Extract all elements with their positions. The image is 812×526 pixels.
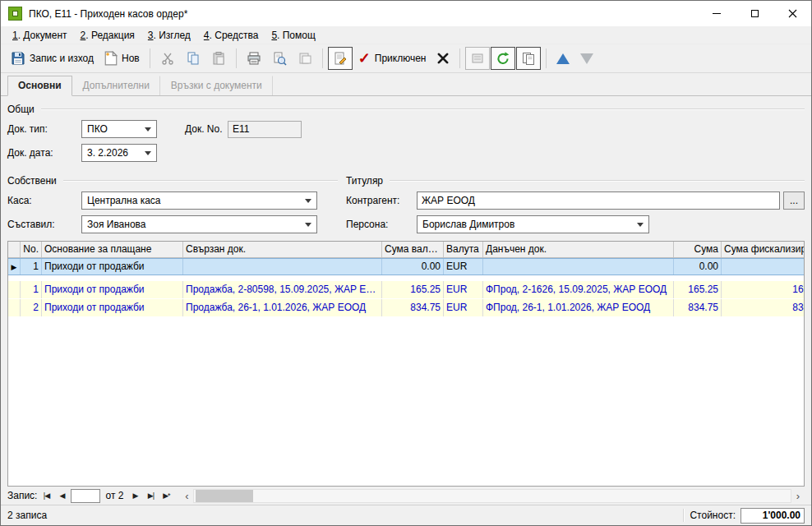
scrollbar-thumb[interactable] [196, 490, 253, 502]
minimize-button[interactable] [698, 1, 736, 26]
cell-basis[interactable]: Приходи от продажби [42, 281, 183, 298]
print-button[interactable] [242, 47, 266, 70]
contragent-label: Контрагент: [346, 195, 417, 206]
new-button[interactable]: Нов [99, 47, 145, 70]
cell-linked-doc[interactable]: Продажба, 2-80598, 15.09.2025, ЖАР ЕООД [183, 281, 382, 298]
prev-record-button[interactable]: ◀ [55, 489, 68, 502]
group-divider [390, 180, 805, 182]
tab-additional[interactable]: Допълнителни [72, 76, 160, 95]
toolbar: Запис и изход Нов [1, 44, 811, 73]
cell-amount[interactable]: 0.00 [674, 259, 722, 275]
tab-main[interactable]: Основни [7, 76, 72, 96]
record-label: Запис: [7, 490, 37, 501]
scroll-right-icon[interactable]: › [791, 489, 805, 503]
close-button[interactable] [773, 1, 811, 26]
cell-amount[interactable]: 165.25 [674, 281, 722, 298]
cell-amount-currency[interactable]: 0.00 [382, 259, 444, 275]
cell-linked-doc[interactable] [183, 259, 382, 275]
move-down-button[interactable] [575, 47, 598, 70]
contragent-browse-button[interactable]: ... [783, 191, 805, 210]
cell-fiscal-amount[interactable]: 834.75 [722, 299, 805, 316]
first-record-button[interactable]: |◀ [39, 489, 53, 502]
save-exit-button[interactable]: Запис и изход [6, 47, 99, 70]
cell-amount-currency[interactable]: 834.75 [382, 299, 444, 316]
doc-no-field[interactable] [228, 121, 302, 138]
tab-document-links[interactable]: Връзки с документи [160, 76, 273, 95]
next-record-button[interactable]: ▶ [128, 489, 141, 502]
cell-tax-doc[interactable]: ФПрод, 2-1626, 15.09.2025, ЖАР ЕООД [483, 281, 674, 298]
own-column: Собствени Каса: Централна каса Съставил:… [7, 169, 338, 234]
maximize-icon [751, 10, 759, 17]
cash-desk-select[interactable]: Централна каса [81, 191, 317, 210]
horizontal-scrollbar[interactable]: ‹ › [180, 489, 805, 503]
person-select[interactable]: Борислав Димитров [417, 215, 649, 233]
move-up-button[interactable] [551, 47, 574, 70]
column-header-currency[interactable]: Валута [444, 242, 483, 257]
payments-button[interactable] [465, 47, 490, 70]
paste-button[interactable] [206, 47, 231, 70]
column-header-no[interactable]: No. [21, 242, 42, 257]
cell-tax-doc[interactable]: ФПрод, 26-1, 1.01.2026, ЖАР ЕООД [483, 299, 674, 316]
cell-currency[interactable]: EUR [444, 259, 483, 275]
cell-amount[interactable]: 834.75 [674, 299, 722, 316]
scroll-left-icon[interactable]: ‹ [180, 489, 193, 503]
refresh-button[interactable] [491, 47, 515, 70]
cell-basis[interactable]: Приходи от продажби [42, 299, 183, 316]
cell-basis[interactable]: Приходи от продажби [42, 259, 183, 275]
column-header-amount-currency[interactable]: Сума валута [382, 242, 444, 257]
cell-no[interactable]: 2 [21, 299, 42, 316]
doc-type-select[interactable]: ПКО [81, 120, 157, 138]
group-divider [63, 180, 338, 182]
grid-edit-row[interactable]: ▶ 1 Приходи от продажби 0.00 EUR 0.00 [8, 258, 805, 275]
duplicate-document-icon [521, 51, 536, 66]
menu-item-edit[interactable]: 2. Редакция [74, 26, 141, 44]
column-header-linked-doc[interactable]: Свързан док. [183, 242, 382, 257]
print-preview-button[interactable] [267, 47, 292, 70]
copy-document-button[interactable] [516, 47, 541, 70]
record-position-input[interactable] [71, 489, 100, 503]
edit-button[interactable] [328, 47, 353, 70]
cell-no[interactable]: 1 [21, 281, 42, 298]
doc-date-select[interactable]: 3. 2.2026 [81, 144, 157, 162]
cell-amount-currency[interactable]: 165.25 [382, 281, 444, 298]
composer-select[interactable]: Зоя Иванова [81, 215, 317, 233]
cell-fiscal-amount[interactable]: 165.25 [722, 281, 805, 298]
contragent-field[interactable] [417, 191, 780, 210]
grid-row[interactable]: 1 Приходи от продажби Продажба, 2-80598,… [8, 281, 805, 299]
cell-fiscal-amount[interactable] [722, 259, 805, 275]
menu-item-help[interactable]: 5. Помощ [265, 26, 321, 44]
scrollbar-track[interactable] [193, 489, 791, 503]
chevron-down-icon [305, 199, 311, 203]
last-record-button[interactable]: ▶| [144, 489, 157, 502]
grid-row[interactable]: 2 Приходи от продажби Продажба, 26-1, 1.… [8, 299, 805, 317]
composer-row: Съставил: Зоя Иванова [7, 215, 338, 234]
new-record-button[interactable]: ▶* [159, 489, 173, 502]
print-copy-button[interactable] [293, 47, 317, 70]
group-general-label: Общи [7, 104, 35, 115]
menu-item-view[interactable]: 3. Изглед [141, 26, 197, 44]
doc-type-label: Док. тип: [7, 123, 81, 135]
chevron-down-icon [145, 151, 151, 155]
cell-no[interactable]: 1 [21, 259, 42, 275]
cell-currency[interactable]: EUR [444, 281, 483, 298]
copy-button[interactable] [181, 47, 205, 70]
menu-bar: 1. Документ 2. Редакция 3. Изглед 4. Сре… [1, 26, 811, 44]
delete-button[interactable] [431, 47, 454, 70]
complete-button[interactable]: ✓ Приключен [353, 47, 431, 70]
cell-linked-doc[interactable]: Продажба, 26-1, 1.01.2026, ЖАР ЕООД [183, 299, 382, 316]
copy-icon [186, 51, 201, 66]
menu-item-document[interactable]: 1. Документ [6, 26, 74, 44]
cell-currency[interactable]: EUR [444, 299, 483, 316]
column-header-tax-doc[interactable]: Данъчен док. [483, 242, 674, 257]
maximize-button[interactable] [736, 1, 773, 26]
refresh-icon [496, 51, 510, 66]
minimize-icon [713, 13, 721, 14]
column-header-amount[interactable]: Сума [674, 242, 722, 257]
column-header-basis[interactable]: Основание за плащане [42, 242, 183, 257]
column-header-fiscal-amount[interactable]: Сума фискализиран [722, 242, 805, 257]
cut-button[interactable] [155, 47, 180, 70]
chevron-down-icon [637, 223, 644, 227]
menu-item-tools[interactable]: 4. Средства [197, 26, 265, 44]
cell-tax-doc[interactable] [483, 259, 674, 275]
toolbar-separator [546, 48, 547, 68]
